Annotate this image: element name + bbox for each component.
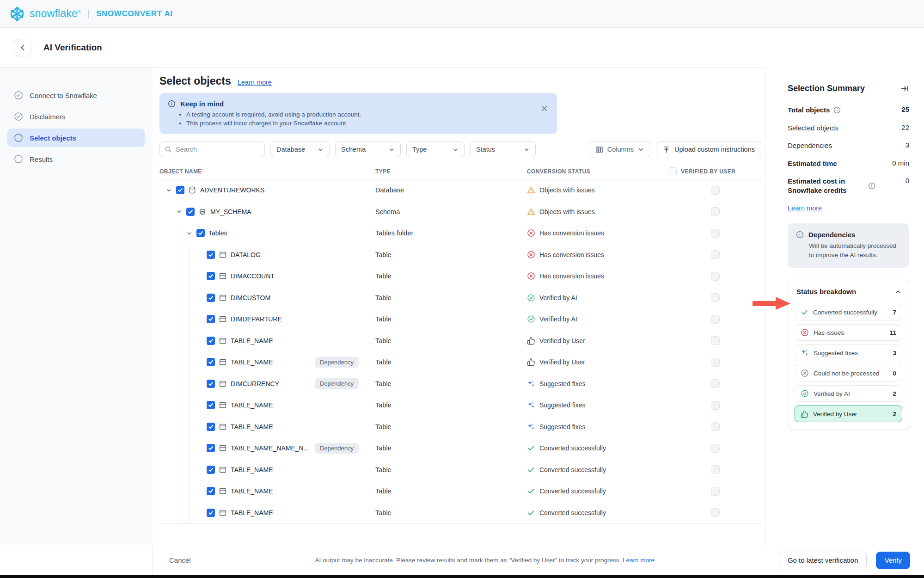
table-row[interactable]: TABLE_NAMETableConverted successfully — [159, 459, 761, 481]
conversion-status-cell: Verified by AI — [527, 294, 669, 302]
verified-checkbox[interactable] — [711, 508, 720, 517]
row-checkbox[interactable] — [207, 337, 215, 345]
object-name: Tables — [208, 229, 227, 237]
table-row[interactable]: DIMDEPARTURETableVerified by AI — [159, 308, 761, 330]
row-checkbox[interactable] — [207, 272, 215, 280]
expand-chevron-icon[interactable] — [166, 187, 172, 193]
table-row[interactable]: TABLE_NAMETableSuggested fixes — [159, 416, 761, 438]
charges-link[interactable]: charges — [249, 120, 271, 127]
row-checkbox[interactable] — [207, 444, 215, 452]
info-icon — [796, 231, 804, 239]
learn-more-link[interactable]: Learn more — [238, 79, 272, 86]
verified-checkbox[interactable] — [711, 293, 720, 302]
verified-checkbox[interactable] — [711, 358, 720, 367]
row-checkbox[interactable] — [207, 358, 215, 366]
tree-guide-line — [169, 222, 169, 244]
expand-chevron-icon[interactable] — [176, 209, 183, 215]
row-checkbox[interactable] — [207, 466, 215, 474]
verified-header-checkbox[interactable] — [669, 167, 677, 175]
search-input[interactable] — [176, 146, 260, 153]
summary-learn-more-link[interactable]: Learn more — [788, 204, 822, 212]
tree-guide-line — [189, 330, 190, 352]
tree-guide-line — [169, 287, 169, 309]
object-name-cell: DIMCURRENCYDependency — [159, 373, 375, 395]
table-row[interactable]: MY_SCHEMASchemaObjects with issues — [159, 201, 761, 223]
cancel-button[interactable]: Cancel — [169, 556, 191, 564]
sidebar-step-results[interactable]: Results — [7, 150, 145, 168]
sidebar-step-disclaimers[interactable]: Disclaimers — [7, 107, 145, 126]
row-checkbox[interactable] — [207, 251, 215, 259]
row-checkbox[interactable] — [207, 294, 215, 302]
columns-button[interactable]: Columns — [589, 141, 650, 157]
table-row[interactable]: TablesTables folderHas conversion issues — [159, 222, 761, 244]
row-checkbox[interactable] — [207, 401, 215, 409]
table-row[interactable]: TABLE_NAME_NAME_N...DependencyTableConve… — [159, 437, 761, 459]
filter-dropdown-type[interactable]: Type — [406, 141, 465, 157]
table-row[interactable]: ADVENTUREWORKSDatabaseObjects with issue… — [159, 179, 761, 201]
table-row[interactable]: TABLE_NAMETableVerified by User — [159, 330, 761, 352]
verified-checkbox[interactable] — [711, 186, 720, 195]
tree-guide-line — [189, 394, 190, 416]
footer-learn-more-link[interactable]: Learn more — [623, 557, 655, 564]
status-breakdown-item[interactable]: Suggested fixes3 — [795, 344, 902, 361]
row-checkbox[interactable] — [186, 208, 195, 216]
tree-guide-line — [179, 416, 179, 438]
verified-cell — [669, 293, 761, 302]
row-checkbox[interactable] — [207, 315, 215, 323]
chevron-up-icon[interactable] — [895, 289, 901, 295]
status-breakdown-item[interactable]: Verified by AI2 — [795, 385, 902, 402]
row-checkbox[interactable] — [207, 487, 215, 495]
circle-icon — [14, 154, 23, 164]
conversion-status-cell: Converted successfully — [527, 466, 669, 474]
stat-label: Dependencies — [788, 141, 832, 150]
go-to-latest-verification-button[interactable]: Go to latest verification — [779, 552, 867, 569]
status-breakdown-item[interactable]: Converted successfully7 — [795, 304, 902, 320]
filter-dropdown-schema[interactable]: Schema — [335, 141, 401, 157]
table-row[interactable]: TABLE_NAMETableConverted successfully — [159, 502, 761, 524]
row-checkbox[interactable] — [207, 423, 215, 431]
verified-checkbox[interactable] — [711, 229, 720, 238]
verified-checkbox[interactable] — [711, 336, 720, 345]
type-cell: Table — [375, 423, 527, 430]
table-row[interactable]: TABLE_NAMETableSuggested fixes — [159, 394, 761, 416]
verified-checkbox[interactable] — [711, 379, 720, 388]
warning-status-icon — [527, 186, 535, 194]
verified-checkbox[interactable] — [711, 465, 720, 474]
verified-checkbox[interactable] — [711, 444, 720, 453]
verified-checkbox[interactable] — [711, 207, 720, 216]
table-row[interactable]: DIMACCOUNTTableHas conversion issues — [159, 265, 761, 287]
type-cell: Schema — [375, 208, 527, 215]
expand-chevron-icon[interactable] — [186, 230, 193, 236]
verified-checkbox[interactable] — [711, 272, 720, 281]
row-checkbox[interactable] — [207, 509, 215, 517]
table-row[interactable]: DATALOGTableHas conversion issues — [159, 244, 761, 266]
tree-guide-line — [189, 308, 190, 330]
back-button[interactable] — [14, 39, 31, 56]
col-object-name: OBJECT NAME — [159, 168, 375, 175]
verified-checkbox[interactable] — [711, 422, 720, 431]
upload-custom-instructions-button[interactable]: Upload custom instructions — [656, 141, 761, 157]
collapse-panel-icon[interactable] — [900, 84, 909, 93]
verified-checkbox[interactable] — [711, 250, 720, 259]
sidebar-step-connect-to-snowflake[interactable]: Connect to Snowflake — [7, 86, 145, 105]
verified-checkbox[interactable] — [711, 487, 720, 496]
filter-dropdown-status[interactable]: Status — [470, 141, 536, 157]
row-checkbox[interactable] — [207, 380, 215, 388]
status-breakdown-item[interactable]: Verified by User2 — [795, 406, 902, 422]
verify-button[interactable]: Verify — [876, 552, 910, 569]
row-checkbox[interactable] — [196, 229, 205, 237]
row-checkbox[interactable] — [176, 186, 184, 194]
sidebar-step-select-objects[interactable]: Select objects — [7, 129, 145, 147]
step-label: Connect to Snowflake — [30, 92, 97, 99]
status-breakdown-item[interactable]: Could not be processed0 — [795, 365, 902, 381]
verified-checkbox[interactable] — [711, 401, 720, 410]
status-breakdown-item[interactable]: Has issues11 — [795, 324, 902, 341]
table-row[interactable]: TABLE_NAMETableConverted successfully — [159, 480, 761, 502]
verified-checkbox[interactable] — [711, 315, 720, 324]
close-icon[interactable] — [541, 105, 548, 112]
dependency-badge: Dependency — [315, 357, 359, 368]
table-row[interactable]: DIMCUSTOMTableVerified by AI — [159, 287, 761, 309]
filter-dropdown-database[interactable]: Database — [270, 141, 330, 157]
table-row[interactable]: DIMCURRENCYDependencyTableSuggested fixe… — [159, 373, 761, 395]
table-row[interactable]: TABLE_NAMEDependencyTableVerified by Use… — [159, 351, 761, 373]
